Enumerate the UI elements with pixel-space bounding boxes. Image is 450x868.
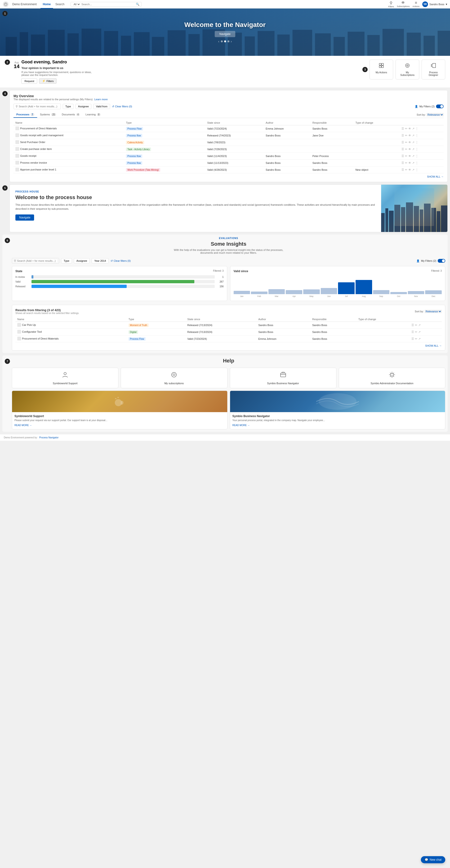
row-more-icon[interactable]: ⋮	[416, 141, 418, 144]
type-filter-button[interactable]: Type	[63, 104, 74, 109]
row-share-icon[interactable]: ↗	[412, 127, 415, 130]
process-designer-card[interactable]: Process Designer	[422, 60, 445, 80]
request-button[interactable]: Request	[21, 78, 37, 84]
insights-year-filter[interactable]: Year 2014	[92, 258, 109, 264]
nav-search[interactable]: Search	[53, 0, 67, 8]
table-row[interactable]: Send Purchase Order Caleva Activity Vali…	[13, 139, 444, 146]
table-row[interactable]: Configurator Tool Digital Released (7/13…	[16, 329, 442, 336]
row-view-icon[interactable]: 👁	[408, 134, 411, 137]
help-large-card-navigator[interactable]: Symbio Business Navigator Your personal …	[230, 391, 446, 429]
row-edit-icon[interactable]: ✏	[405, 168, 407, 172]
row-edit-icon[interactable]: ✏	[415, 323, 417, 327]
help-navigator-read-more[interactable]: READ MORE →	[232, 424, 250, 427]
hero-dot-2[interactable]	[224, 40, 226, 42]
insights-assignee-filter[interactable]: Assignee	[74, 258, 90, 264]
row-list-icon[interactable]: ☰	[401, 127, 404, 130]
row-share-icon[interactable]: ↗	[412, 134, 415, 137]
footer-link[interactable]: Process Navigator	[39, 436, 59, 439]
row-share-icon[interactable]: ↗	[412, 161, 415, 164]
help-card-admin-docs[interactable]: Symbio Administrator Documentation	[339, 368, 445, 388]
table-row[interactable]: Procurement of Direct Materials Process …	[16, 336, 442, 342]
help-large-card-support[interactable]: Symbioworld Support Please submit your r…	[12, 391, 227, 429]
insights-sort-select[interactable]: Relevance	[425, 310, 442, 313]
insights-show-all[interactable]: SHOW ALL →	[16, 344, 442, 347]
row-edit-icon[interactable]: ✏	[405, 134, 407, 137]
tab-learning[interactable]: Learning 8	[83, 112, 103, 118]
overview-sort-select[interactable]: Relevance	[427, 113, 444, 116]
assignee-filter-button[interactable]: Assignee	[76, 104, 91, 109]
filters-button[interactable]: ⚡ Filters	[39, 78, 57, 84]
insights-type-filter[interactable]: Type	[61, 258, 72, 264]
row-view-icon[interactable]: ↗	[418, 323, 421, 327]
row-list-icon[interactable]: ☰	[412, 323, 414, 327]
row-list-icon[interactable]: ☰	[401, 141, 404, 144]
hero-prev-arrow[interactable]: ‹	[218, 39, 220, 43]
search-input[interactable]	[81, 3, 135, 6]
row-view-icon[interactable]: 👁	[408, 127, 411, 130]
help-card-business-navigator[interactable]: Symbio Business Navigator	[230, 368, 336, 388]
row-list-icon[interactable]: ☰	[401, 148, 404, 151]
tab-documents[interactable]: Documents 4	[59, 112, 83, 118]
row-list-icon[interactable]: ☰	[401, 168, 404, 172]
row-edit-icon[interactable]: ✏	[405, 148, 407, 151]
my-subscriptions-card[interactable]: My Subscriptions	[396, 60, 419, 80]
valid-from-filter-button[interactable]: Valid from	[93, 104, 110, 109]
nav-home[interactable]: Home	[40, 0, 53, 8]
row-more-icon[interactable]: ⋮	[416, 168, 418, 172]
row-share-icon[interactable]: ↗	[412, 168, 415, 172]
row-share-icon[interactable]: ↗	[412, 141, 415, 144]
row-edit-icon[interactable]: ✏	[415, 330, 417, 334]
row-edit-icon[interactable]: ✏	[405, 141, 407, 144]
show-all-button[interactable]: SHOW ALL →	[13, 175, 444, 178]
row-edit-icon[interactable]: ✏	[405, 127, 407, 130]
row-view-icon[interactable]: ↗	[418, 330, 421, 334]
row-list-icon[interactable]: ☰	[401, 154, 404, 158]
row-view-icon[interactable]: 👁	[408, 154, 411, 158]
table-row[interactable]: Goods receipt with yard management Proce…	[13, 132, 444, 139]
row-edit-icon[interactable]: ✏	[405, 161, 407, 164]
hero-dot-3[interactable]	[227, 40, 229, 42]
help-support-read-more[interactable]: READ MORE →	[15, 424, 32, 427]
row-view-icon[interactable]: 👁	[408, 168, 411, 172]
insights-my-filters-toggle[interactable]	[438, 259, 445, 263]
row-edit-icon[interactable]: ✏	[405, 154, 407, 158]
table-row[interactable]: Process vendor invoice Process flow Vali…	[13, 160, 444, 166]
search-icon[interactable]: 🔍	[136, 3, 139, 6]
user-menu[interactable]: SB Sandro Boss ▾	[422, 1, 447, 7]
row-more-icon[interactable]: ⋮	[416, 154, 418, 158]
row-more-icon[interactable]: ⋮	[416, 161, 418, 164]
row-list-icon[interactable]: ☰	[401, 134, 404, 137]
my-actions-card[interactable]: My Actions	[369, 60, 393, 80]
row-more-icon[interactable]: ⋮	[416, 148, 418, 151]
table-row[interactable]: Procurement of Direct Materials Process …	[13, 125, 444, 132]
process-house-navigate-button[interactable]: Navigate	[16, 214, 34, 221]
search-scope-select[interactable]: All	[73, 3, 81, 6]
row-list-icon[interactable]: ☰	[401, 161, 404, 164]
row-share-icon[interactable]: ↗	[412, 148, 415, 151]
filters-button[interactable]: ⚲ Filters	[388, 1, 394, 8]
tab-systems[interactable]: Systems 25	[37, 112, 59, 118]
table-row[interactable]: Approve purchase order level 1 Work Proc…	[13, 166, 444, 173]
row-list-icon[interactable]: ☰	[412, 337, 414, 340]
row-share-icon[interactable]: ↗	[412, 154, 415, 158]
learn-more-link[interactable]: Learn more	[94, 98, 108, 101]
row-view-icon[interactable]: 👁	[408, 148, 411, 151]
clear-filters-button[interactable]: ↺ Clear filters (0)	[112, 105, 132, 108]
subscriptions-button[interactable]: 👁 Subscriptions	[397, 1, 410, 7]
table-row[interactable]: Goods receipt Process flow Valid (11/4/2…	[13, 153, 444, 160]
row-view-icon[interactable]: ↗	[418, 337, 421, 340]
table-row[interactable]: Car Pick Up Moment of Truth Released (7/…	[16, 322, 442, 329]
tab-processes[interactable]: Processes 7	[13, 112, 37, 118]
help-card-subscriptions[interactable]: My subscriptions	[121, 368, 227, 388]
my-filters-toggle-switch[interactable]	[436, 104, 444, 108]
hero-navigate-button[interactable]: Navigate	[215, 31, 235, 37]
help-card-symbioworld[interactable]: Symbioworld Support	[12, 368, 118, 388]
hero-dot-1[interactable]	[221, 40, 223, 42]
row-view-icon[interactable]: 👁	[408, 161, 411, 164]
overview-search-input[interactable]	[19, 105, 59, 108]
row-edit-icon[interactable]: ✏	[415, 337, 417, 340]
hero-next-arrow[interactable]: ›	[231, 39, 232, 43]
row-list-icon[interactable]: ☰	[412, 330, 414, 334]
row-view-icon[interactable]: 👁	[408, 141, 411, 144]
actions-button[interactable]: ≡ Actions	[413, 1, 420, 7]
